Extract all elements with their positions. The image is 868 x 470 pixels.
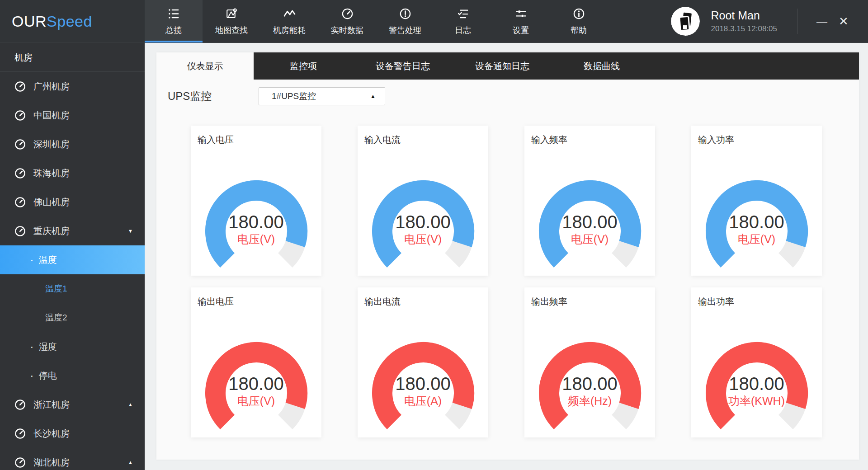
sidebar: 机房 广州机房中国机房深圳机房珠海机房佛山机房重庆机房▼·温度温度1温度2·湿度… — [0, 43, 145, 470]
gauge-title: 输出电流 — [358, 287, 488, 308]
gauge: 180.00频率(Hz) — [538, 341, 642, 432]
tab-bar-filler — [651, 52, 859, 80]
pulse-icon — [283, 7, 296, 21]
gauge-card: 输出功率180.00功率(KWH) — [691, 287, 822, 437]
brand-logo: OURSpeed — [0, 0, 145, 42]
sidebar-item-zhejiang[interactable]: 浙江机房▲ — [0, 390, 145, 419]
top-nav: 总揽地图查找机房能耗实时数据警告处理日志设置帮助 — [145, 0, 608, 42]
gauge-card: 输入频率180.00电压(V) — [524, 126, 655, 276]
brand-primary: OUR — [12, 13, 47, 30]
nav-label: 地图查找 — [215, 25, 248, 36]
sidebar-item-hubei[interactable]: 湖北机房▲ — [0, 448, 145, 470]
sidebar-item-label: 长沙机房 — [33, 428, 70, 440]
nav-item-alert-handling[interactable]: 警告处理 — [376, 0, 434, 42]
gauge-icon — [14, 428, 26, 440]
sidebar-item-temperature-2[interactable]: 温度2 — [0, 303, 145, 332]
gauge-card: 输出电流180.00电压(A) — [358, 287, 488, 437]
list-icon — [167, 7, 180, 21]
gauge-icon — [14, 456, 26, 469]
tab-bar: 仪表显示监控项设备警告日志设备通知日志数据曲线 — [156, 52, 859, 80]
gauge-unit-label: 电压(V) — [538, 232, 642, 247]
gauge: 180.00功率(KWH) — [705, 341, 809, 432]
section-label: UPS监控 — [168, 89, 212, 103]
gauge: 180.00电压(V) — [371, 179, 475, 270]
gauge-title: 输入电流 — [358, 126, 488, 146]
sidebar-item-label: 珠海机房 — [33, 167, 70, 179]
app-window: OURSpeed 总揽地图查找机房能耗实时数据警告处理日志设置帮助 Root M… — [0, 0, 868, 470]
nav-item-overview[interactable]: 总揽 — [145, 0, 203, 42]
nav-item-help[interactable]: 帮助 — [550, 0, 608, 42]
tab-monitor-items[interactable]: 监控项 — [254, 52, 353, 80]
content-panel: 仪表显示监控项设备警告日志设备通知日志数据曲线 UPS监控 1#UPS监控 ▲ … — [156, 52, 859, 460]
sidebar-item-label: 湿度 — [39, 341, 57, 353]
gauge-icon — [14, 225, 26, 237]
sidebar-item-label: 佛山机房 — [33, 196, 70, 208]
alert-icon — [398, 7, 412, 21]
sidebar-item-label: 深圳机房 — [33, 138, 70, 150]
device-select[interactable]: 1#UPS监控 ▲ — [259, 87, 385, 105]
ups-section-header: UPS监控 1#UPS监控 ▲ — [156, 87, 859, 105]
gauge-unit-label: 电压(V) — [705, 232, 809, 247]
top-bar: OURSpeed 总揽地图查找机房能耗实时数据警告处理日志设置帮助 Root M… — [0, 0, 868, 43]
gauge-value: 180.00 — [538, 374, 642, 394]
sidebar-item-changsha[interactable]: 长沙机房 — [0, 419, 145, 448]
sidebar-item-list: 广州机房中国机房深圳机房珠海机房佛山机房重庆机房▼·温度温度1温度2·湿度·停电… — [0, 72, 145, 470]
gauge: 180.00电压(V) — [538, 179, 642, 270]
user-area: Root Man 2018.3.15 12:08:05 — ✕ — [671, 0, 868, 42]
sidebar-item-china[interactable]: 中国机房 — [0, 101, 145, 130]
main-area: 仪表显示监控项设备警告日志设备通知日志数据曲线 UPS监控 1#UPS监控 ▲ … — [145, 43, 868, 470]
sidebar-item-label: 停电 — [39, 370, 57, 382]
avatar[interactable] — [671, 7, 700, 36]
user-meta: Root Man 2018.3.15 12:08:05 — [711, 9, 777, 33]
gauge-card-grid: 输入电压180.00电压(V)输入电流180.00电压(V)输入频率180.00… — [191, 126, 822, 437]
gauge-value: 180.00 — [204, 212, 308, 232]
sidebar-item-foshan[interactable]: 佛山机房 — [0, 188, 145, 216]
caret-up-icon: ▲ — [128, 402, 133, 407]
user-name: Root Man — [711, 9, 777, 22]
gauge-icon — [14, 80, 26, 93]
sidebar-item-chongqing[interactable]: 重庆机房▼ — [0, 216, 145, 245]
close-button[interactable]: ✕ — [833, 0, 854, 43]
tab-gauge-display[interactable]: 仪表显示 — [156, 52, 254, 80]
gauge-title: 输出功率 — [691, 287, 822, 308]
gauge-value: 180.00 — [204, 374, 308, 394]
sidebar-item-humidity[interactable]: ·湿度 — [0, 332, 145, 361]
nav-item-settings[interactable]: 设置 — [492, 0, 550, 42]
map-icon — [225, 7, 238, 21]
window-controls-divider — [797, 9, 797, 34]
sidebar-item-label: 温度1 — [45, 283, 67, 295]
nav-item-logs[interactable]: 日志 — [434, 0, 492, 42]
tab-data-curve[interactable]: 数据曲线 — [552, 52, 651, 80]
gauge-value: 180.00 — [538, 212, 642, 232]
nav-item-room-energy[interactable]: 机房能耗 — [260, 0, 318, 42]
nav-label: 机房能耗 — [273, 25, 306, 36]
gauge-card: 输入功率180.00电压(V) — [691, 126, 822, 276]
nav-item-realtime-data[interactable]: 实时数据 — [318, 0, 376, 42]
gauge-title: 输入频率 — [524, 126, 655, 146]
sidebar-item-zhuhai[interactable]: 珠海机房 — [0, 159, 145, 188]
caret-up-icon: ▲ — [370, 93, 376, 99]
sidebar-item-power-off[interactable]: ·停电 — [0, 361, 145, 390]
gauge-card: 输出电压180.00电压(V) — [191, 287, 321, 437]
sidebar-item-shenzhen[interactable]: 深圳机房 — [0, 130, 145, 159]
tab-device-alert-log[interactable]: 设备警告日志 — [353, 52, 453, 80]
gauge-value: 180.00 — [705, 212, 809, 232]
sidebar-item-temperature-1[interactable]: 温度1 — [0, 274, 145, 303]
nav-label: 日志 — [455, 25, 471, 36]
gauge-icon — [14, 167, 26, 179]
minimize-button[interactable]: — — [811, 0, 833, 43]
sidebar-title: 机房 — [0, 43, 145, 72]
sidebar-item-temperature[interactable]: ·温度 — [0, 245, 145, 274]
gauge-card: 输入电流180.00电压(V) — [358, 126, 488, 276]
nav-label: 帮助 — [571, 25, 587, 36]
gauge-card: 输入电压180.00电压(V) — [191, 126, 321, 276]
sidebar-item-guangzhou[interactable]: 广州机房 — [0, 72, 145, 101]
speedometer-icon — [340, 7, 354, 21]
sliders-icon — [514, 7, 528, 21]
nav-label: 设置 — [513, 25, 529, 36]
gauge-title: 输入电压 — [191, 126, 321, 146]
nav-item-map-search[interactable]: 地图查找 — [203, 0, 260, 42]
tab-device-notice-log[interactable]: 设备通知日志 — [453, 52, 552, 80]
nav-label: 实时数据 — [331, 25, 363, 36]
gauge-value: 180.00 — [371, 212, 475, 232]
